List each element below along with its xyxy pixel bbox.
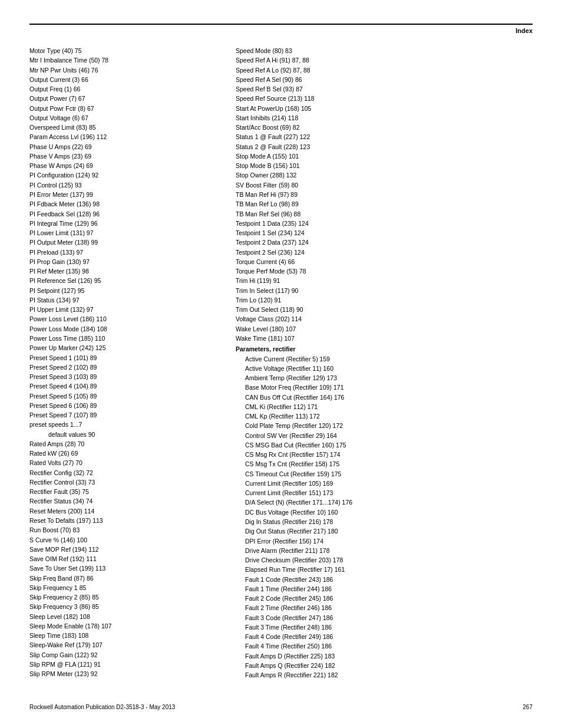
list-item: Start At PowerUp (168) 105 [236, 104, 533, 113]
list-item: PI Ref Meter (135) 98 [29, 266, 218, 276]
list-item: Phase V Amps (23) 69 [29, 151, 218, 161]
list-item: Skip Freq Band (87) 86 [29, 574, 218, 583]
list-item: TB Man Ref Hi (97) 89 [236, 190, 533, 199]
list-item: Power Loss Mode (184) 108 [29, 324, 218, 334]
list-item: Output Current (3) 66 [29, 75, 218, 84]
list-item: Fault 4 Time (Rectifier 250) 186 [236, 641, 533, 651]
list-item: Output Power (7) 67 [29, 94, 218, 103]
list-item: Power Loss Time (185) 110 [29, 334, 218, 343]
list-item: PI Configuration (124) 92 [29, 170, 218, 180]
list-item: preset speeds 1...7 [29, 420, 218, 429]
list-item: PI Setpoint (127) 95 [29, 286, 218, 295]
list-item: Trim Hi (119) 91 [236, 276, 533, 285]
list-item: CML Ki (Rectifier 112) 171 [236, 402, 533, 411]
list-item: PI Lower Limit (131) 97 [29, 228, 218, 238]
list-item: Sleep-Wake Ref (179) 107 [29, 640, 218, 650]
list-item: Speed Ref Source (213) 118 [236, 94, 533, 103]
list-item: CS Msg Tx Cnt (Rectifier 158) 175 [236, 459, 533, 469]
list-item: Power Loss Level (186) 110 [29, 314, 218, 324]
list-item: Current Limit (Rectifier 151) 173 [236, 488, 533, 498]
list-item: Elapsed Run Time (Rectifier 17) 161 [236, 565, 533, 574]
list-item: Save To User Set (199) 113 [29, 564, 218, 573]
list-item: Slip RPM Meter (123) 92 [29, 669, 218, 678]
list-item: Torque Current (4) 66 [236, 257, 533, 266]
list-item: CML Kp (Rectifier 113) 172 [236, 411, 533, 421]
list-item: Stop Owner (288) 132 [236, 170, 533, 180]
list-item: Output Freq (1) 66 [29, 84, 218, 94]
list-item: Dig Out Status (Rectifier 217) 180 [236, 526, 533, 536]
list-item: CS Msg Rx Cnt (Rectifier 157) 174 [236, 450, 533, 459]
list-item: PI Control (125) 93 [29, 180, 218, 190]
list-item: PI Upper Limit (132) 97 [29, 305, 218, 314]
list-item: Stop Mode B (156) 101 [236, 161, 533, 170]
list-item: PI Feedback Sel (128) 96 [29, 209, 218, 219]
list-item: default values 90 [29, 430, 218, 439]
list-item: Slip RPM @ FLA (121) 91 [29, 660, 218, 669]
list-item: Fault 2 Time (Rectifier 246) 186 [236, 603, 533, 612]
list-item: Rectifier Status (34) 74 [29, 496, 218, 506]
list-item: Start/Acc Boost (69) 82 [236, 123, 533, 132]
list-item: PI Prop Gain (130) 97 [29, 257, 218, 266]
list-item: Fault 1 Time (Rectifier 244) 186 [236, 584, 533, 594]
list-item: Rectifier Control (33) 73 [29, 477, 218, 487]
list-item: Reset Meters (200) 114 [29, 506, 218, 516]
list-item: Testpoint 1 Data (235) 124 [236, 219, 533, 228]
list-item: Status 2 @ Fault (228) 123 [236, 142, 533, 151]
list-item: S Curve % (146) 100 [29, 535, 218, 545]
top-rule [29, 24, 533, 25]
list-item: Sleep Mode Enable (178) 107 [29, 621, 218, 631]
header-title: Index [515, 27, 533, 34]
list-item: Torque Perf Mode (53) 78 [236, 266, 533, 276]
list-item: Fault 2 Code (Rectifier 245) 186 [236, 594, 533, 603]
footer-right: 267 [523, 704, 533, 710]
list-item: Skip Frequency 1 85 [29, 583, 218, 592]
list-item: Base Motor Freq (Rectifier 109) 171 [236, 383, 533, 392]
list-item: Preset Speed 3 (103) 89 [29, 372, 218, 381]
left-column: Motor Type (40) 75Mtr I Imbalance Time (… [29, 46, 218, 680]
list-item: Mtr NP Pwr Units (46) 76 [29, 65, 218, 75]
list-item: Control SW Ver (Rectifier 29) 164 [236, 431, 533, 440]
list-item: Slip Comp Gain (122) 92 [29, 650, 218, 660]
list-item: Fault Amps D (Rectifier 225) 183 [236, 651, 533, 661]
list-item: Active Current (Rectifier 5) 159 [236, 354, 533, 364]
list-item: PI Preload (133) 97 [29, 248, 218, 257]
list-item: PI Integral Time (129) 96 [29, 219, 218, 228]
list-item: Drive Alarm (Rectifier 211) 178 [236, 546, 533, 555]
list-item: Power Up Marker (242) 125 [29, 343, 218, 353]
list-item: Output Voltage (6) 67 [29, 113, 218, 123]
list-item: Speed Ref A Hi (91) 87, 88 [236, 55, 533, 65]
list-item: Output Powr Fctr (8) 67 [29, 104, 218, 113]
list-item: Trim In Select (117) 90 [236, 286, 533, 295]
list-item: DC Bus Voltage (Rectifier 10) 160 [236, 508, 533, 517]
page: Index Motor Type (40) 75Mtr I Imbalance … [0, 0, 562, 728]
list-item: Ambient Temp (Rectifier 129) 173 [236, 373, 533, 383]
list-item: Trim Lo (120) 91 [236, 295, 533, 305]
list-item: Rectifier Config (32) 72 [29, 468, 218, 477]
list-item: Drive Checksum (Rectifier 203) 178 [236, 555, 533, 565]
list-item: Preset Speed 5 (105) 89 [29, 391, 218, 401]
list-item: SV Boost Filter (59) 80 [236, 180, 533, 190]
list-item: Voltage Class (202) 114 [236, 314, 533, 324]
list-item: Testpoint 2 Sel (236) 124 [236, 248, 533, 257]
list-item: Active Voltage (Rectifier 11) 160 [236, 364, 533, 373]
list-item: Speed Ref A Lo (92) 87, 88 [236, 65, 533, 75]
list-item: Fault 3 Code (Rectifier 247) 186 [236, 613, 533, 622]
list-item: Save OIM Ref (192) 111 [29, 554, 218, 564]
list-item: Preset Speed 4 (104) 89 [29, 381, 218, 391]
list-item: Phase W Amps (24) 69 [29, 161, 218, 170]
list-item: Save MOP Ref (194) 112 [29, 545, 218, 554]
list-item: Preset Speed 2 (102) 89 [29, 363, 218, 372]
list-item: PI Reference Sel (126) 95 [29, 276, 218, 285]
right-column: Speed Mode (80) 83Speed Ref A Hi (91) 87… [236, 46, 533, 680]
list-item: Testpoint 2 Data (237) 124 [236, 238, 533, 247]
list-item: Status 1 @ Fault (227) 122 [236, 132, 533, 141]
list-item: Sleep Level (182) 108 [29, 612, 218, 621]
list-item: Sleep Time (183) 108 [29, 631, 218, 640]
list-item: TB Man Ref Sel (96) 88 [236, 209, 533, 219]
list-item: Wake Level (180) 107 [236, 324, 533, 334]
list-item: Rated Volts (27) 70 [29, 458, 218, 467]
list-item: Fault Amps R (Recctifier 221) 182 [236, 670, 533, 680]
list-item: Skip Frequency 3 (86) 85 [29, 602, 218, 611]
list-item: Skip Frequency 2 (85) 85 [29, 592, 218, 602]
list-item: Phase U Amps (22) 69 [29, 142, 218, 151]
